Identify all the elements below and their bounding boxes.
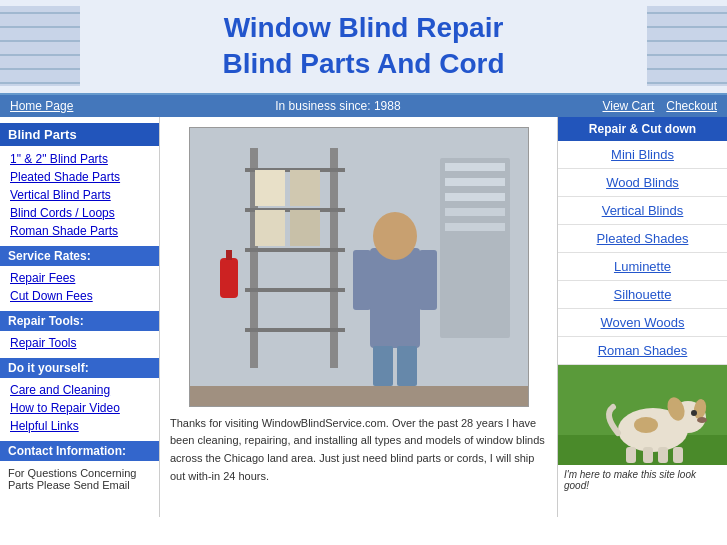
dog-caption: I'm here to make this site look good! [558,465,727,495]
svg-rect-8 [255,170,285,206]
center-description-text: Thanks for visiting WindowBlindService.c… [170,415,547,485]
svg-rect-9 [290,170,320,206]
svg-point-34 [697,417,707,423]
svg-rect-13 [226,250,232,260]
svg-rect-25 [445,208,505,216]
sidebar-link-cut-down-fees[interactable]: Cut Down Fees [0,287,159,305]
sidebar-link-repair-fees[interactable]: Repair Fees [0,269,159,287]
svg-rect-20 [190,386,529,407]
sidebar-link-roman-shade[interactable]: Roman Shade Parts [0,222,159,240]
header-title: Window Blind Repair Blind Parts And Cord [80,0,647,93]
svg-rect-19 [419,250,437,310]
photo-background [190,128,528,406]
contact-text: For Questions Concerning Parts Please Se… [0,464,159,494]
svg-rect-7 [245,328,345,332]
svg-rect-38 [658,447,668,463]
business-since-text: In business since: 1988 [275,99,400,113]
sidebar-link-care-cleaning[interactable]: Care and Cleaning [0,381,159,399]
right-link-vertical-blinds[interactable]: Vertical Blinds [558,197,727,225]
svg-rect-22 [445,163,505,171]
sidebar-link-pleated-shade[interactable]: Pleated Shade Parts [0,168,159,186]
svg-rect-24 [445,193,505,201]
svg-rect-11 [290,210,320,246]
sidebar-link-blind-cords[interactable]: Blind Cords / Loops [0,204,159,222]
svg-rect-17 [397,346,417,386]
svg-point-35 [634,417,658,433]
center-content: Thanks for visiting WindowBlindService.c… [160,117,557,517]
svg-rect-37 [643,447,653,463]
svg-rect-12 [220,258,238,298]
svg-rect-39 [673,447,683,463]
left-sidebar: Blind Parts 1" & 2" Blind Parts Pleated … [0,117,160,517]
dog-image [558,365,727,465]
home-page-link[interactable]: Home Page [10,99,73,113]
sidebar-link-helpful-links[interactable]: Helpful Links [0,417,159,435]
sidebar-link-vertical-blind[interactable]: Vertical Blind Parts [0,186,159,204]
contact-header: Contact Information: [0,441,159,461]
right-link-wood-blinds[interactable]: Wood Blinds [558,169,727,197]
right-sidebar-header: Repair & Cut down [558,117,727,141]
sidebar-link-blind-parts-1[interactable]: 1" & 2" Blind Parts [0,150,159,168]
workshop-image [189,127,529,407]
svg-rect-6 [245,288,345,292]
right-link-roman-shades[interactable]: Roman Shades [558,337,727,365]
blind-parts-header: Blind Parts [0,123,159,146]
header-blind-decoration-right [647,6,727,86]
right-link-pleated-shades[interactable]: Pleated Shades [558,225,727,253]
right-link-luminette[interactable]: Luminette [558,253,727,281]
svg-rect-16 [373,346,393,386]
diy-header: Do it yourself: [0,358,159,378]
page-header: Window Blind Repair Blind Parts And Cord [0,0,727,95]
workshop-svg [190,128,529,407]
sidebar-link-repair-tools[interactable]: Repair Tools [0,334,159,352]
repair-tools-header: Repair Tools: [0,311,159,331]
right-link-silhouette[interactable]: Silhouette [558,281,727,309]
svg-rect-23 [445,178,505,186]
svg-point-15 [373,212,417,260]
dog-svg [558,365,727,465]
nav-bar: Home Page In business since: 1988 View C… [0,95,727,117]
sidebar-link-repair-video[interactable]: How to Repair Video [0,399,159,417]
header-blind-decoration-left [0,6,80,86]
right-sidebar: Repair & Cut down Mini Blinds Wood Blind… [557,117,727,517]
svg-point-33 [691,410,697,416]
svg-rect-26 [445,223,505,231]
header-title-line1: Window Blind Repair [224,12,504,43]
svg-rect-10 [255,210,285,246]
checkout-link[interactable]: Checkout [666,99,717,113]
svg-rect-5 [245,248,345,252]
header-title-line2: Blind Parts And Cord [222,48,504,79]
right-link-woven-woods[interactable]: Woven Woods [558,309,727,337]
svg-rect-36 [626,447,636,463]
svg-rect-18 [353,250,371,310]
service-rates-header: Service Rates: [0,246,159,266]
svg-rect-2 [330,148,338,368]
main-layout: Blind Parts 1" & 2" Blind Parts Pleated … [0,117,727,517]
view-cart-link[interactable]: View Cart [602,99,654,113]
svg-rect-14 [370,248,420,348]
right-link-mini-blinds[interactable]: Mini Blinds [558,141,727,169]
